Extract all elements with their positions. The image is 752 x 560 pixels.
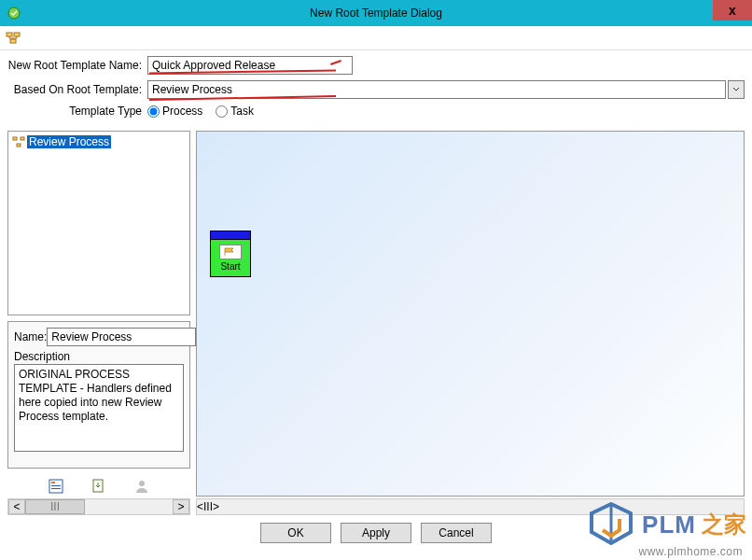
node-body: Start — [210, 240, 251, 277]
title-bar: New Root Template Dialog x — [0, 0, 752, 26]
node-label: Start — [220, 261, 240, 272]
details-name-input[interactable] — [47, 328, 196, 346]
template-type-label: Template Type — [7, 105, 147, 118]
svg-rect-3 — [10, 39, 16, 43]
details-name-label: Name: — [14, 330, 47, 343]
name-label: New Root Template Name: — [7, 59, 147, 72]
details-toolbar — [7, 476, 190, 497]
template-tree[interactable]: Review Process — [7, 131, 190, 315]
canvas-scroll-right-arrow[interactable]: > — [213, 500, 219, 513]
properties-icon[interactable] — [46, 476, 66, 497]
user-icon[interactable] — [132, 476, 152, 497]
based-on-input[interactable] — [147, 80, 726, 99]
based-on-label: Based On Root Template: — [7, 83, 147, 96]
svg-rect-9 — [51, 485, 61, 486]
workflow-canvas[interactable]: Start — [196, 131, 745, 497]
toolbar — [0, 26, 752, 50]
description-label: Description — [14, 350, 184, 363]
scroll-thumb[interactable]: III — [25, 499, 85, 514]
left-panel: Review Process Name: Description ORIGINA… — [7, 131, 190, 515]
ok-button[interactable]: OK — [260, 523, 331, 543]
main-area: Review Process Name: Description ORIGINA… — [0, 127, 752, 515]
left-horizontal-scrollbar[interactable]: < III > — [7, 498, 190, 515]
scroll-left-arrow[interactable]: < — [8, 499, 25, 514]
details-panel: Name: Description ORIGINAL PROCESS TEMPL… — [7, 321, 190, 469]
chevron-down-icon — [732, 86, 740, 93]
apply-button[interactable]: Apply — [341, 523, 411, 543]
process-tree-icon — [12, 135, 25, 148]
svg-rect-1 — [7, 33, 12, 36]
based-on-dropdown-button[interactable] — [728, 80, 745, 99]
svg-rect-6 — [17, 144, 21, 147]
import-icon[interactable] — [89, 476, 109, 497]
radio-task[interactable]: Task — [216, 105, 254, 118]
canvas-horizontal-scrollbar[interactable]: < III > — [196, 498, 745, 515]
start-flag-icon — [219, 245, 242, 259]
close-button[interactable]: x — [713, 0, 752, 21]
window-title: New Root Template Dialog — [310, 7, 442, 20]
app-icon — [6, 5, 22, 21]
radio-process[interactable]: Process — [147, 105, 202, 118]
svg-rect-2 — [14, 33, 20, 36]
template-name-input[interactable] — [147, 56, 353, 75]
button-bar: OK Apply Cancel — [0, 517, 752, 549]
tree-item-root[interactable]: Review Process — [12, 135, 186, 148]
svg-rect-5 — [21, 137, 24, 140]
template-icon[interactable] — [6, 30, 22, 47]
svg-point-12 — [139, 481, 145, 486]
scroll-right-arrow[interactable]: > — [173, 499, 189, 514]
svg-rect-8 — [51, 482, 55, 483]
canvas-scroll-thumb[interactable]: III — [203, 500, 213, 513]
cancel-button[interactable]: Cancel — [421, 523, 492, 543]
node-header — [210, 231, 251, 240]
description-box[interactable]: ORIGINAL PROCESS TEMPLATE - Handlers def… — [14, 364, 184, 452]
form-area: New Root Template Name: Based On Root Te… — [0, 50, 752, 127]
canvas-panel: Start < III > — [196, 131, 745, 515]
start-node[interactable]: Start — [210, 231, 251, 277]
svg-rect-10 — [51, 488, 61, 489]
svg-rect-4 — [13, 137, 17, 140]
tree-item-label: Review Process — [27, 135, 111, 148]
canvas-scroll-left-arrow[interactable]: < — [197, 500, 203, 513]
